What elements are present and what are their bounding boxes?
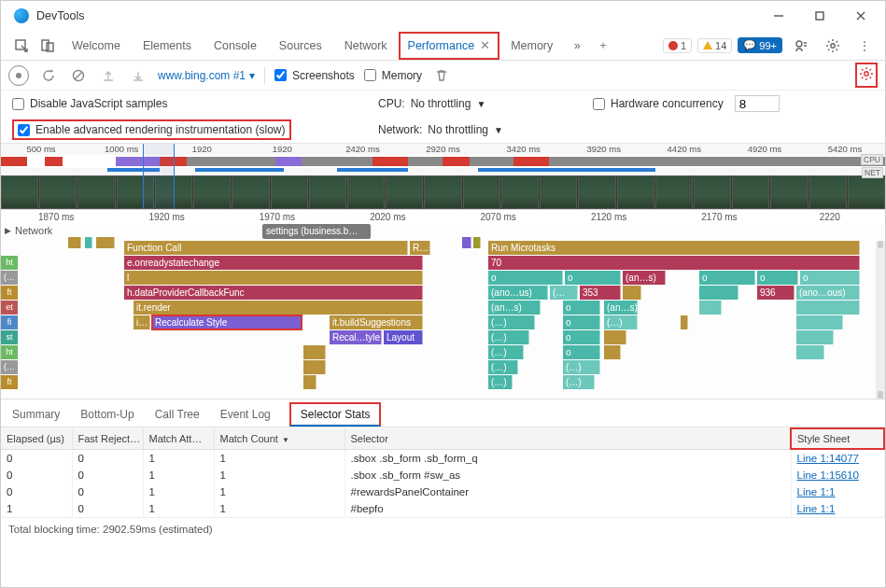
- tab-selector-stats[interactable]: Selector Stats: [289, 402, 382, 427]
- errors-badge[interactable]: 1: [663, 38, 692, 53]
- messages-badge[interactable]: 💬 99+: [738, 37, 782, 53]
- flame-scrollbar[interactable]: [876, 241, 885, 399]
- tab-bottom-up[interactable]: Bottom-Up: [78, 402, 135, 427]
- tab-performance-label: Performance: [408, 39, 475, 52]
- bar-itrender[interactable]: it.render: [134, 301, 423, 315]
- capture-settings-button[interactable]: [855, 63, 878, 88]
- bar-layout[interactable]: Layout: [384, 330, 423, 344]
- bar-70[interactable]: 70: [488, 256, 860, 270]
- bar-run-microtasks[interactable]: Run Microtasks: [488, 241, 860, 255]
- stylesheet-link[interactable]: Line 1:1: [797, 503, 836, 514]
- disable-js-checkbox[interactable]: Disable JavaScript samples: [12, 97, 378, 110]
- settings-request-bar[interactable]: settings (business.b…: [262, 224, 371, 239]
- tab-memory[interactable]: Memory: [499, 31, 564, 61]
- detail-ruler: 1870 ms1920 ms1970 ms2020 ms2070 ms2120 …: [1, 209, 885, 224]
- tab-performance[interactable]: Performance ✕: [399, 32, 500, 60]
- bar-r-s[interactable]: R…s: [410, 241, 430, 255]
- screenshots-checkbox[interactable]: Screenshots: [274, 69, 355, 82]
- advanced-rendering-checkbox[interactable]: [18, 124, 30, 136]
- cpu-throttle-select[interactable]: No throttling▼: [411, 97, 486, 110]
- col-match-count[interactable]: Match Count▼: [214, 428, 345, 449]
- hardware-concurrency-checkbox[interactable]: Hardware concurrency: [593, 97, 724, 110]
- overview-panel[interactable]: 500 ms1000 ms19201920 2420 ms2920 ms3420…: [1, 143, 885, 209]
- chevron-down-icon: ▾: [249, 69, 255, 82]
- bar-onreadystate[interactable]: e.onreadystatechange: [124, 256, 423, 270]
- svg-point-4: [796, 41, 802, 47]
- bar-recal2[interactable]: Recal…tyle: [330, 330, 382, 344]
- overview-screenshots: [1, 175, 885, 209]
- svg-point-8: [865, 72, 868, 76]
- more-tabs-icon[interactable]: »: [564, 33, 590, 59]
- bar-recalculate-style[interactable]: Recalculate Style: [152, 315, 302, 329]
- hardware-concurrency-input[interactable]: [735, 95, 780, 112]
- close-panel-icon[interactable]: ✕: [480, 38, 490, 52]
- col-fast-reject[interactable]: Fast Reject…: [72, 428, 143, 449]
- settings-row-2: Enable advanced rendering instrumentatio…: [1, 117, 885, 143]
- col-stylesheet[interactable]: Style Sheet: [791, 428, 884, 449]
- network-throttle-select[interactable]: No throttling▼: [428, 123, 503, 136]
- detail-tabs: Summary Bottom-Up Call Tree Event Log Se…: [1, 399, 885, 427]
- settings-row-1: Disable JavaScript samples CPU: No throt…: [1, 91, 885, 117]
- bar-l[interactable]: l: [124, 271, 423, 285]
- col-match-att[interactable]: Match Att…: [143, 428, 214, 449]
- table-row[interactable]: 1011#bepfoLine 1:1: [1, 500, 884, 517]
- trash-icon[interactable]: [431, 65, 452, 86]
- memory-checkbox[interactable]: Memory: [364, 69, 422, 82]
- table-row[interactable]: 0011.sbox .sb_form #sw_asLine 1:15610: [1, 467, 884, 483]
- table-row[interactable]: 0011.sbox .sb_form .sb_form_qLine 1:1407…: [1, 449, 884, 467]
- selector-stats-table: Elapsed (µs) Fast Reject… Match Att… Mat…: [1, 427, 885, 517]
- bar-i[interactable]: i…: [134, 315, 150, 329]
- record-button[interactable]: [8, 65, 29, 86]
- overview-activity: CPU: [1, 155, 885, 168]
- bar-hdata[interactable]: h.dataProviderCallbackFunc: [124, 286, 423, 300]
- bar-function-aell[interactable]: Function Call: [124, 241, 408, 255]
- tab-welcome[interactable]: Welcome: [61, 31, 132, 61]
- minimize-button[interactable]: [758, 2, 799, 30]
- tab-elements[interactable]: Elements: [132, 31, 203, 61]
- panel-tabstrip: Welcome Elements Console Sources Network…: [1, 31, 885, 61]
- flame-chart[interactable]: ▶Network settings (business.b… ht (… ft …: [1, 224, 885, 399]
- chevron-down-icon: ▼: [476, 99, 485, 109]
- window-title: DevTools: [36, 9, 84, 22]
- add-tab-icon[interactable]: ＋: [590, 33, 616, 59]
- close-button[interactable]: [840, 2, 881, 30]
- bar-buildsuggestions[interactable]: it.buildSuggestions: [330, 315, 423, 329]
- col-selector[interactable]: Selector: [345, 428, 791, 449]
- network-track-header[interactable]: ▶Network: [1, 224, 56, 237]
- upload-icon[interactable]: [98, 65, 119, 86]
- overview-frames: NET: [1, 168, 885, 175]
- status-footer: Total blocking time: 2902.59ms (estimate…: [1, 517, 885, 540]
- clear-button[interactable]: [68, 65, 89, 86]
- table-row[interactable]: 0011#rewardsPanelContainerLine 1:1: [1, 483, 884, 500]
- more-icon[interactable]: ⋮: [851, 33, 878, 59]
- net-lane-label: NET: [862, 167, 883, 178]
- feedback-icon[interactable]: [788, 33, 814, 59]
- inspect-icon[interactable]: [8, 33, 35, 59]
- network-label: Network:: [378, 123, 422, 136]
- stylesheet-link[interactable]: Line 1:15610: [797, 469, 860, 481]
- svg-point-6: [16, 73, 21, 78]
- maximize-button[interactable]: [799, 2, 840, 30]
- settings-icon[interactable]: [820, 33, 846, 59]
- tab-network[interactable]: Network: [333, 31, 399, 61]
- overview-viewport[interactable]: [143, 144, 175, 209]
- col-elapsed[interactable]: Elapsed (µs): [1, 428, 72, 449]
- warnings-badge[interactable]: 14: [697, 38, 732, 53]
- tab-call-tree[interactable]: Call Tree: [153, 402, 202, 427]
- download-icon[interactable]: [128, 65, 148, 86]
- chevron-right-icon: ▶: [5, 226, 11, 235]
- tab-event-log[interactable]: Event Log: [218, 402, 273, 427]
- svg-rect-2: [42, 40, 49, 50]
- recording-dropdown[interactable]: www.bing.com #1▾: [158, 69, 255, 82]
- stylesheet-link[interactable]: Line 1:1: [797, 486, 836, 497]
- tab-summary[interactable]: Summary: [10, 402, 62, 427]
- device-icon[interactable]: [35, 33, 61, 59]
- devtools-logo-icon: [14, 8, 29, 23]
- advanced-rendering-label: Enable advanced rendering instrumentatio…: [35, 123, 286, 136]
- reload-record-button[interactable]: [38, 65, 59, 86]
- tab-console[interactable]: Console: [203, 31, 268, 61]
- tab-sources[interactable]: Sources: [268, 31, 333, 61]
- overview-ruler: 500 ms1000 ms19201920 2420 ms2920 ms3420…: [1, 144, 885, 155]
- chevron-down-icon: ▼: [494, 125, 503, 135]
- stylesheet-link[interactable]: Line 1:14077: [797, 453, 860, 464]
